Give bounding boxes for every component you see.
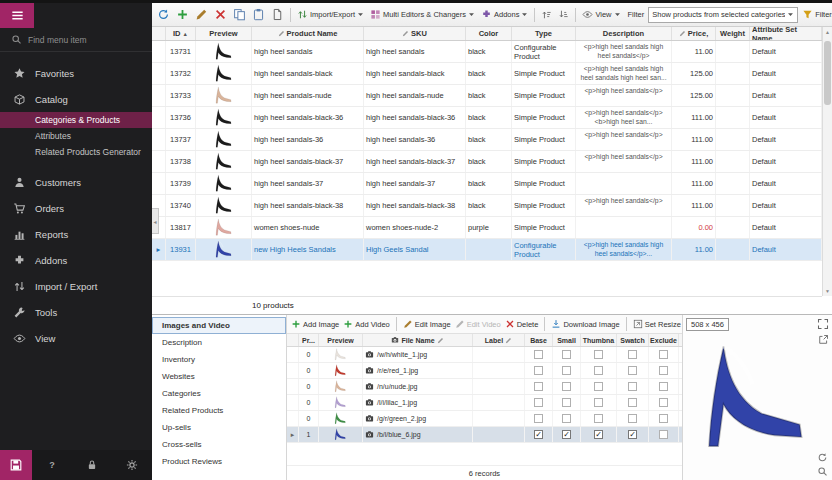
checkbox[interactable] [659,398,668,407]
checkbox[interactable]: ✓ [562,430,571,439]
product-name[interactable]: high heel sandals [252,41,364,62]
product-row[interactable]: 13731high heel sandalshigh heel sandalsb… [152,41,822,63]
checkbox[interactable] [628,382,637,391]
product-price[interactable]: 0.00 [672,217,716,238]
view-menu[interactable]: View [580,7,622,22]
images-column-label[interactable]: Label [473,334,525,346]
swatch-cell[interactable] [617,379,649,394]
help-button[interactable]: ? [32,459,72,471]
sidebar-item-addons[interactable]: Addons [0,247,152,273]
tab-product-reviews[interactable]: Product Reviews [152,453,286,470]
image-label[interactable] [473,379,525,394]
image-filename[interactable]: /b/l/blue_6.jpg [363,427,473,442]
swatch-cell[interactable] [617,411,649,426]
products-column-sku[interactable]: SKU [364,27,466,40]
image-filename[interactable]: /l/i/lilac_1.jpg [363,395,473,410]
product-row[interactable]: 13739high heel sandals-37high heel sanda… [152,173,822,195]
thumbnail-cell[interactable] [581,411,617,426]
image-row[interactable]: 0/g/r/green_2.jpg [287,411,682,427]
image-filename[interactable]: /n/u/nude.jpg [363,379,473,394]
row-expander[interactable] [152,107,166,128]
products-column-expander[interactable] [152,27,166,40]
images-column-selector[interactable] [287,334,299,346]
checkbox[interactable]: ✓ [628,430,637,439]
product-name[interactable]: high heel sandals-black-38 [252,195,364,216]
import-export-menu[interactable]: Import/Export [295,7,366,22]
sort-descending-button[interactable] [556,7,571,22]
sidebar-item-tools[interactable]: Tools [0,299,152,325]
product-name[interactable]: high heel sandals-nude [252,85,364,106]
exclude-cell[interactable] [649,363,679,378]
tab-categories[interactable]: Categories [152,385,286,402]
swatch-cell[interactable] [617,395,649,410]
tab-images-and-video[interactable]: Images and Video [152,317,286,334]
checkbox[interactable] [628,398,637,407]
set-resize-rule-button[interactable]: Set Resize Rule [633,319,682,329]
images-column-file-name[interactable]: File Name [363,334,473,346]
image-priority[interactable]: 0 [299,411,319,426]
swatch-cell[interactable] [617,347,649,362]
sidebar-item-customers[interactable]: Customers [0,169,152,195]
image-row[interactable]: 0/r/e/red_1.jpg [287,363,682,379]
product-name[interactable]: women shoes-nude [252,217,364,238]
base-cell[interactable] [525,411,553,426]
base-cell[interactable] [525,347,553,362]
thumbnail-cell[interactable] [581,347,617,362]
product-sku[interactable]: high heel sandals-black [364,63,466,84]
sidebar-item-reports[interactable]: Reports [0,221,152,247]
products-column-preview[interactable]: Preview [196,27,252,40]
thumbnail-cell[interactable]: ✓ [581,427,617,442]
product-sku[interactable]: high heel sandals [364,41,466,62]
product-price[interactable]: 111.00 [672,173,716,194]
image-priority[interactable]: 0 [299,379,319,394]
sidebar-item-view[interactable]: View [0,325,152,351]
checkbox[interactable] [534,366,543,375]
product-price[interactable]: 125.00 [672,63,716,84]
small-cell[interactable] [553,347,581,362]
product-name[interactable]: high heel sandals-black-37 [252,151,364,172]
products-column-id[interactable]: ID▲ [166,27,196,40]
checkbox[interactable] [659,366,668,375]
product-sku[interactable]: women shoes-nude-2 [364,217,466,238]
row-expander[interactable] [152,41,166,62]
base-cell[interactable] [525,395,553,410]
row-selector[interactable] [287,411,299,426]
filters-button[interactable]: Filters [800,7,832,22]
exclude-cell[interactable] [649,427,679,442]
sidebar-search[interactable]: Find menu item [0,28,152,52]
edit-video-button[interactable]: Edit Video [455,319,501,329]
exclude-cell[interactable] [649,347,679,362]
checkbox[interactable] [594,366,603,375]
product-sku[interactable]: high heel sandals-black-38 [364,195,466,216]
image-priority[interactable]: 1 [299,427,319,442]
delete-image-button[interactable]: Delete [505,319,539,329]
checkbox[interactable] [659,430,668,439]
row-selector[interactable]: ▸ [287,427,299,442]
image-label[interactable] [473,427,525,442]
category-filter-select[interactable]: Show products from selected categories [648,7,798,23]
checkbox[interactable]: ✓ [594,430,603,439]
swatch-cell[interactable]: ✓ [617,427,649,442]
checkbox[interactable] [594,398,603,407]
add-video-button[interactable]: Add Video [343,319,389,329]
checkbox[interactable] [659,382,668,391]
products-column-description[interactable]: Description [576,27,672,40]
download-image-button[interactable]: Download Image [551,319,619,329]
small-cell[interactable] [553,411,581,426]
tab-inventory[interactable]: Inventory [152,351,286,368]
product-row[interactable]: 13736high heel sandals-black-36high heel… [152,107,822,129]
row-expander[interactable] [152,129,166,150]
products-column-weight[interactable]: Weight [716,27,750,40]
save-button[interactable] [0,450,32,480]
product-price[interactable]: 111.00 [672,195,716,216]
tab-websites[interactable]: Websites [152,368,286,385]
image-row[interactable]: ▸1/b/l/blue_6.jpg✓✓✓✓ [287,427,682,443]
exclude-cell[interactable] [649,395,679,410]
thumbnail-cell[interactable] [581,395,617,410]
product-sku[interactable]: high heel sandals-black-37 [364,151,466,172]
row-selector[interactable] [287,379,299,394]
checkbox[interactable] [534,350,543,359]
checkbox[interactable] [594,414,603,423]
document-button[interactable] [269,6,286,23]
checkbox[interactable] [534,414,543,423]
